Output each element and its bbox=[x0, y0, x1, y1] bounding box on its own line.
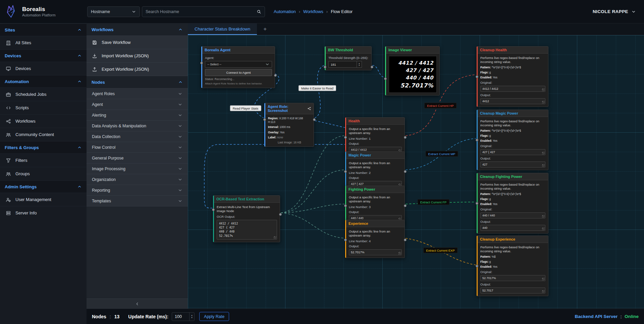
cleanup-fighting-power-field[interactable]: 440 bbox=[480, 225, 545, 231]
sidebar-item-user-management[interactable]: User Management bbox=[0, 193, 87, 206]
sidebar-item-scripts[interactable]: Scripts bbox=[0, 101, 87, 114]
node-magic-power-input-port[interactable] bbox=[344, 170, 347, 173]
node-experience-output-port[interactable] bbox=[404, 239, 407, 241]
experience-field[interactable]: 52.7017% bbox=[349, 249, 402, 255]
user-menu[interactable]: NICOLE RAPPE bbox=[593, 9, 644, 14]
node-cleanup-experience[interactable]: Cleanup ExperiencePerforms live regex-ba… bbox=[477, 236, 548, 296]
node-cleanup-fighting-power[interactable]: Cleanup Fighting PowerPerforms live rege… bbox=[477, 173, 548, 234]
cleanup-fighting-power-field[interactable]: 440 / 440 bbox=[480, 212, 545, 218]
node-category-templates[interactable]: Templates bbox=[87, 196, 188, 206]
node-bw-threshold-output-port[interactable] bbox=[371, 66, 373, 68]
node-experience-input-port[interactable] bbox=[344, 239, 347, 241]
node-experience[interactable]: ExperienceOutput a specific line from an… bbox=[345, 220, 405, 258]
node-cleanup-fighting-power-header[interactable]: Cleanup Fighting Power bbox=[478, 173, 548, 180]
collapse-panel-button[interactable] bbox=[87, 299, 188, 309]
node-borealis-agent-header[interactable]: Borealis Agent bbox=[202, 47, 275, 54]
node-cleanup-health[interactable]: Cleanup HealthPerforms live regex-based … bbox=[477, 46, 548, 107]
sidebar-section-automation[interactable]: Automation bbox=[0, 75, 87, 87]
borealis-agent-select[interactable]: -- Select -- bbox=[205, 61, 272, 68]
node-cleanup-magic-power[interactable]: Cleanup Magic PowerPerforms live regex-b… bbox=[477, 110, 548, 170]
node-experience-header[interactable]: Experience bbox=[346, 220, 405, 227]
node-category-reporting[interactable]: Reporting bbox=[87, 185, 188, 196]
add-tab-button[interactable]: + bbox=[257, 23, 273, 35]
node-fighting-power-input-port[interactable] bbox=[344, 204, 347, 207]
sidebar-item-community-content[interactable]: Community Content bbox=[0, 128, 87, 141]
cleanup-experience-field[interactable]: 52.7017 bbox=[480, 287, 545, 294]
node-magic-power[interactable]: Magic PowerOutput a specific line from a… bbox=[345, 151, 405, 190]
node-fighting-power-header[interactable]: Fighting Power bbox=[346, 186, 405, 193]
panel-action-export-workflow-json[interactable]: Export Workflow (JSON) bbox=[87, 63, 188, 76]
sidebar-item-server-info[interactable]: Server Info bbox=[0, 206, 87, 219]
node-ocr-extract[interactable]: OCR-Based Text ExtractionExtract Multi-L… bbox=[213, 195, 280, 242]
search-input[interactable]: Search Hostname bbox=[142, 6, 265, 17]
node-agent-role-screenshot-output-port[interactable] bbox=[313, 118, 316, 121]
sidebar-item-devices[interactable]: Devices bbox=[0, 62, 87, 75]
panel-action-save-workflow[interactable]: Save Workflow bbox=[87, 36, 188, 49]
node-category-alerting[interactable]: Alerting bbox=[87, 110, 188, 121]
node-cleanup-experience-header[interactable]: Cleanup Experience bbox=[478, 236, 548, 243]
node-borealis-agent-output-port[interactable] bbox=[274, 74, 277, 77]
sidebar-item-scheduled-jobs[interactable]: Scheduled Jobs bbox=[0, 87, 87, 101]
sidebar-item-filters[interactable]: Filters bbox=[0, 153, 87, 167]
node-ocr-extract-header[interactable]: OCR-Based Text Extraction bbox=[214, 196, 280, 203]
sidebar-section-filters-groups[interactable]: Filters & Groups bbox=[0, 141, 87, 153]
node-cleanup-health-header[interactable]: Cleanup Health bbox=[478, 47, 548, 54]
node-category-agent-roles[interactable]: Agent Roles bbox=[87, 88, 188, 99]
node-magic-power-output-port[interactable] bbox=[404, 170, 407, 173]
node-magic-power-header[interactable]: Magic Power bbox=[346, 152, 405, 159]
breadcrumb-automation[interactable]: Automation bbox=[274, 9, 296, 14]
node-agent-role-screenshot[interactable]: Agent Role: ScreenshotRegion: X:200 Y:41… bbox=[264, 103, 314, 147]
panel-header-nodes[interactable]: Nodes bbox=[87, 76, 188, 88]
node-health-output-port[interactable] bbox=[404, 136, 407, 139]
sidebar-section-devices[interactable]: Devices bbox=[0, 49, 87, 62]
tab-character-status-breakdown[interactable]: Character Status Breakdown bbox=[188, 23, 257, 35]
update-rate-input[interactable]: 100 ▲▼ bbox=[172, 312, 195, 321]
node-cleanup-health-input-port[interactable] bbox=[476, 75, 478, 78]
sidebar-item-workflows[interactable]: Workflows bbox=[0, 114, 87, 128]
node-health-input-port[interactable] bbox=[344, 136, 347, 139]
node-image-viewer-input-port[interactable] bbox=[384, 77, 387, 80]
node-category-data-analysis-manipulation[interactable]: Data Analysis & Manipulation bbox=[87, 121, 188, 131]
stepper-icon[interactable]: ▲▼ bbox=[357, 61, 362, 67]
bw-threshold-value-input[interactable]: 181▲▼ bbox=[328, 61, 362, 68]
node-ocr-extract-output-port[interactable] bbox=[279, 213, 282, 216]
flow-canvas[interactable]: Borealis AgentAgent:-- Select --Connect … bbox=[188, 35, 644, 309]
cleanup-magic-power-field[interactable]: 427 { 427 bbox=[480, 149, 545, 155]
sidebar-item-groups[interactable]: Groups bbox=[0, 167, 87, 180]
node-cleanup-experience-input-port[interactable] bbox=[476, 265, 478, 267]
panel-header-workflows[interactable]: Workflows bbox=[87, 23, 188, 36]
node-fighting-power-output-port[interactable] bbox=[404, 204, 407, 207]
node-cleanup-magic-power-header[interactable]: Cleanup Magic Power bbox=[478, 110, 548, 117]
node-category-agent[interactable]: Agent bbox=[87, 99, 188, 110]
node-agent-role-screenshot-header[interactable]: Agent Role: Screenshot bbox=[265, 103, 314, 114]
node-borealis-agent[interactable]: Borealis AgentAgent:-- Select --Connect … bbox=[201, 46, 275, 88]
node-image-viewer[interactable]: Image Viewer4412 / 4412427 / 427440 / 44… bbox=[385, 46, 440, 95]
node-bw-threshold-input-port[interactable] bbox=[324, 66, 326, 68]
panel-action-import-workflow-json[interactable]: Import Workflow (JSON) bbox=[87, 49, 188, 63]
node-cleanup-magic-power-input-port[interactable] bbox=[476, 139, 478, 141]
node-borealis-agent-input-port[interactable] bbox=[200, 62, 203, 64]
node-health-header[interactable]: Health bbox=[346, 118, 405, 125]
ocr-extract-textarea[interactable]: 4412 / 4412 427 { 427 440 / 440 52.7017% bbox=[217, 220, 277, 240]
node-category-image-processing[interactable]: Image Processing bbox=[87, 164, 188, 174]
node-health[interactable]: HealthOutput a specific line from an ups… bbox=[345, 117, 405, 155]
sidebar-item-all-sites[interactable]: All Sites bbox=[0, 36, 87, 49]
node-bw-threshold[interactable]: BW ThresholdThreshold Strength (0–255):1… bbox=[325, 46, 372, 70]
connect-to-agent-button[interactable]: Connect to Agent bbox=[205, 69, 272, 76]
node-cleanup-fighting-power-input-port[interactable] bbox=[476, 202, 478, 205]
apply-rate-button[interactable]: Apply Rate bbox=[199, 312, 229, 321]
node-category-data-collection[interactable]: Data Collection bbox=[87, 131, 188, 142]
breadcrumb-workflows[interactable]: Workflows bbox=[303, 9, 323, 14]
node-category-organization[interactable]: Organization bbox=[87, 174, 188, 185]
node-category-flow-control[interactable]: Flow Control bbox=[87, 142, 188, 153]
cleanup-magic-power-field[interactable]: 427 bbox=[480, 161, 545, 168]
hostname-dropdown[interactable]: Hostname bbox=[87, 6, 140, 17]
node-image-viewer-header[interactable]: Image Viewer bbox=[386, 47, 439, 54]
sidebar-section-admin-settings[interactable]: Admin Settings bbox=[0, 180, 87, 193]
node-bw-threshold-header[interactable]: BW Threshold bbox=[326, 47, 371, 54]
sidebar-section-sites[interactable]: Sites bbox=[0, 23, 87, 36]
node-agent-role-screenshot-input-port[interactable] bbox=[263, 118, 266, 121]
node-ocr-extract-input-port[interactable] bbox=[212, 208, 215, 211]
stepper-icon[interactable]: ▲▼ bbox=[189, 313, 194, 321]
cleanup-health-field[interactable]: 4412 / 4412 bbox=[480, 86, 545, 92]
